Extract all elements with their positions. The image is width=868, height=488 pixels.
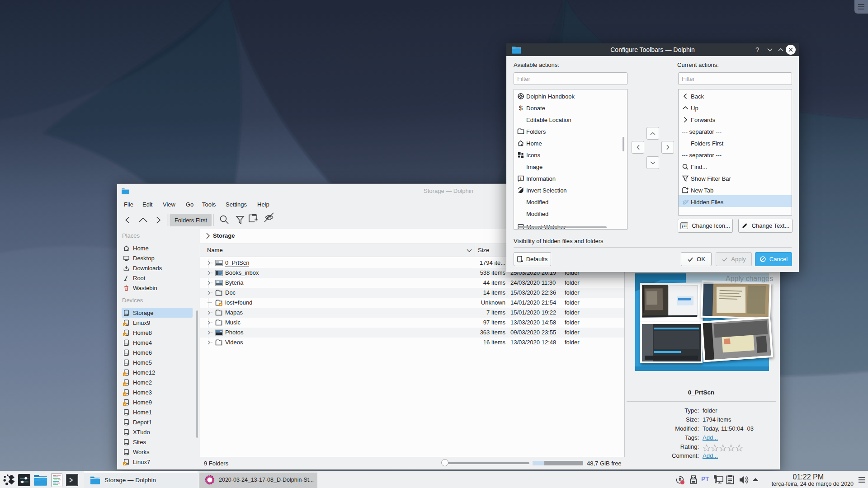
svg-text:$: $ bbox=[519, 104, 523, 112]
svg-text:i: i bbox=[520, 176, 522, 181]
svg-text:Folders First: Folders First bbox=[175, 217, 208, 224]
